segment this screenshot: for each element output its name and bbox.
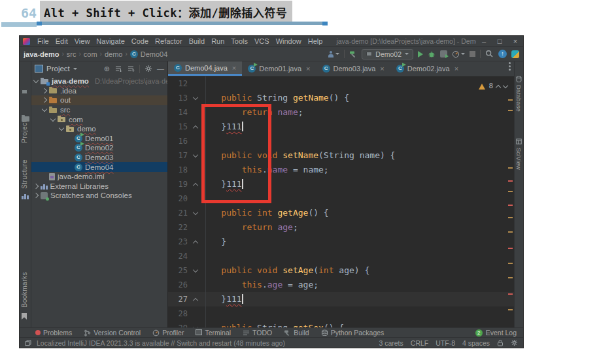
fold-marker[interactable]	[190, 239, 201, 245]
minimize-button[interactable]: –	[476, 37, 492, 45]
tree-row-idea[interactable]: .idea	[31, 86, 167, 96]
code-line[interactable]: 25 public void setAge(int age) {	[168, 263, 514, 278]
menu-navigate[interactable]: Navigate	[93, 37, 128, 45]
tab-options-kebab-icon[interactable]	[509, 65, 511, 67]
fold-marker[interactable]	[190, 124, 201, 130]
tree-row-demo04[interactable]: CDemo04	[31, 162, 167, 172]
line-separator-indicator[interactable]: CRLF	[411, 339, 428, 347]
window-restore-icon[interactable]	[25, 340, 31, 346]
tool-stripe-bookmarks[interactable]: Bookmarks	[21, 272, 28, 308]
code-line[interactable]: 27 }111	[168, 292, 514, 306]
fold-down-icon[interactable]	[193, 267, 198, 273]
menu-run[interactable]: Run	[208, 37, 228, 45]
tree-row-com[interactable]: com	[31, 114, 167, 124]
stop-button[interactable]	[470, 51, 475, 57]
indent-indicator[interactable]: 4 spaces	[462, 339, 490, 347]
code-line[interactable]: 24	[168, 249, 514, 263]
tool-stripe-database[interactable]: Database	[515, 85, 522, 112]
fold-up-icon[interactable]	[193, 182, 198, 188]
breadcrumb-item-java-demo[interactable]: java-demo	[24, 50, 59, 58]
menu-window[interactable]: Window	[273, 37, 305, 45]
update-available-icon[interactable]: ↑	[498, 50, 507, 58]
tool-stripe-sciview[interactable]: SciView	[515, 148, 522, 170]
lock-icon[interactable]	[497, 339, 504, 346]
breadcrumb-item-demo[interactable]: demo	[105, 50, 123, 58]
search-everywhere-icon[interactable]	[485, 50, 494, 58]
tab-close-icon[interactable]: ×	[454, 65, 458, 73]
tab-close-icon[interactable]: ×	[306, 65, 310, 73]
tool-stripe-structure[interactable]: Structure	[21, 159, 28, 189]
run-button[interactable]	[418, 51, 423, 58]
tree-row-demo01[interactable]: CDemo01	[31, 134, 167, 144]
sciview-icon[interactable]	[516, 139, 522, 144]
code-line[interactable]: 21 public int getAge() {	[168, 206, 514, 220]
status-message[interactable]: Localized IntelliJ IDEA 2021.3.3 is avai…	[37, 339, 373, 347]
fold-up-icon[interactable]	[193, 297, 198, 303]
tree-chevron-icon[interactable]	[42, 88, 47, 93]
commander-folder-icon[interactable]	[22, 115, 30, 124]
tree-chevron-icon[interactable]	[50, 116, 56, 121]
tool-button-python-packages[interactable]: Python Packages	[321, 329, 385, 337]
run-configuration-select[interactable]: Demo02	[362, 49, 413, 59]
fold-marker[interactable]	[190, 327, 201, 327]
collapse-all-icon[interactable]	[127, 65, 135, 73]
tree-row-java-demo[interactable]: java-demoD:\IdeaProjects\java-demo	[31, 76, 167, 86]
menu-refactor[interactable]: Refactor	[152, 37, 186, 45]
tool-button-problems[interactable]: Problems	[35, 329, 72, 337]
expand-all-icon[interactable]	[114, 65, 122, 73]
tool-button-todo[interactable]: TODO	[243, 329, 272, 337]
inspections-widget[interactable]: 8	[479, 79, 507, 93]
code-editor[interactable]: 1213 public String getName() {14 return …	[168, 76, 514, 327]
tree-chevron-icon[interactable]	[42, 107, 47, 112]
fold-up-icon[interactable]	[193, 125, 198, 130]
project-stripe-icon[interactable]	[22, 88, 27, 95]
tree-row-src[interactable]: src	[31, 105, 167, 115]
tree-chevron-icon[interactable]	[42, 97, 47, 103]
profiler-button[interactable]	[452, 50, 465, 58]
menu-vcs[interactable]: VCS	[251, 37, 273, 45]
code-line[interactable]: 26 this.age = age;	[168, 278, 514, 292]
event-log-button[interactable]: 2Event Log	[475, 329, 517, 337]
build-hammer-icon[interactable]	[349, 50, 357, 58]
plugin-icon[interactable]	[511, 50, 519, 58]
fold-marker[interactable]	[190, 97, 201, 99]
bookmark-icon[interactable]	[22, 313, 27, 320]
tool-button-terminal[interactable]: Terminal	[196, 329, 231, 337]
maximize-button[interactable]: □	[492, 37, 507, 45]
fold-up-icon[interactable]	[193, 240, 198, 245]
breadcrumb-item-com[interactable]: com	[84, 50, 97, 58]
code-line[interactable]: 22 return age;	[168, 220, 514, 235]
next-warning-icon[interactable]	[503, 83, 508, 88]
tree-chevron-icon[interactable]	[33, 193, 39, 198]
breadcrumb-item-src[interactable]: src	[67, 50, 77, 58]
encoding-indicator[interactable]: UTF-8	[436, 339, 455, 347]
tree-row-demo03[interactable]: CDemo03	[31, 153, 167, 163]
tree-row-java-demo-iml[interactable]: java-demo.iml	[31, 172, 167, 182]
code-line[interactable]: 23 }	[168, 235, 514, 249]
tool-button-version-control[interactable]: Version Control	[84, 329, 141, 337]
carets-indicator[interactable]: 3 carets	[379, 339, 403, 347]
fold-down-icon[interactable]	[193, 95, 198, 100]
tool-button-build[interactable]: Build	[284, 329, 309, 337]
tab-close-icon[interactable]: ×	[232, 64, 236, 72]
menu-edit[interactable]: Edit	[52, 37, 71, 45]
tab-demo04-java[interactable]: CDemo04.java×	[168, 61, 242, 76]
locate-file-icon[interactable]: ⊕	[104, 65, 110, 73]
fold-marker[interactable]	[190, 154, 201, 157]
tree-chevron-icon[interactable]	[59, 125, 64, 131]
toolbar-widget-icon[interactable]	[328, 51, 339, 58]
tree-chevron-icon[interactable]	[33, 78, 39, 83]
previous-warning-icon[interactable]	[496, 84, 501, 90]
settings-gear-icon[interactable]	[145, 65, 152, 73]
fold-down-icon[interactable]	[193, 210, 198, 215]
code-line[interactable]: 28	[168, 306, 514, 321]
tree-row-scratches-and-consoles[interactable]: Scratches and Consoles	[31, 191, 167, 201]
tree-row-demo[interactable]: demo	[31, 124, 167, 134]
fold-marker[interactable]	[190, 297, 201, 303]
structure-icon[interactable]	[22, 192, 29, 201]
close-button[interactable]: ×	[507, 37, 523, 45]
hide-panel-icon[interactable]: —	[157, 65, 164, 73]
code-line[interactable]: 29 public String getSex() {	[168, 321, 514, 327]
tab-demo02-java[interactable]: CDemo02.java×	[390, 61, 464, 76]
tool-stripe-project[interactable]: Project	[21, 120, 28, 143]
